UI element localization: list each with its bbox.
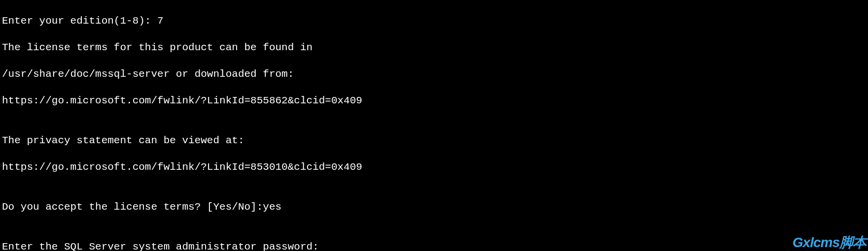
terminal-line: The license terms for this product can b… — [2, 41, 866, 54]
terminal-line: The privacy statement can be viewed at: — [2, 134, 866, 147]
watermark-logo: Gxlcms脚本 — [793, 236, 866, 249]
terminal-line: Do you accept the license terms? [Yes/No… — [2, 200, 866, 214]
terminal-line: https://go.microsoft.com/fwlink/?LinkId=… — [2, 160, 866, 174]
terminal-output[interactable]: Enter your edition(1-8): 7 The license t… — [0, 0, 868, 251]
terminal-line: https://go.microsoft.com/fwlink/?LinkId=… — [2, 94, 866, 107]
terminal-line: /usr/share/doc/mssql-server or downloade… — [2, 67, 866, 81]
watermark-text: Gxlcms脚本 — [793, 235, 866, 250]
terminal-line: Enter the SQL Server system administrato… — [2, 240, 866, 251]
terminal-line: Enter your edition(1-8): 7 — [2, 14, 866, 28]
